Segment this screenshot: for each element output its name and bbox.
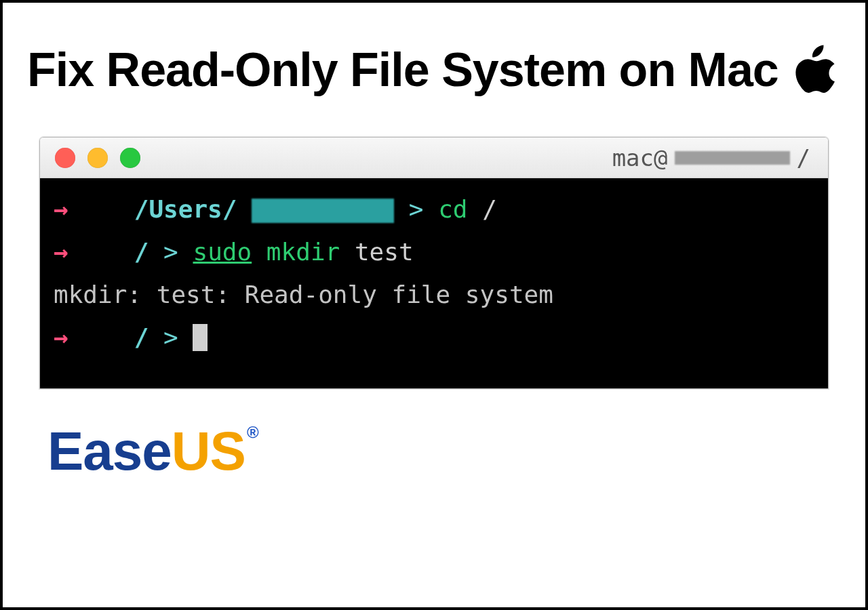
command-mkdir: mkdir — [267, 238, 340, 266]
prompt-arrow-icon: → — [54, 316, 75, 359]
terminal-titlebar: mac@ / — [40, 138, 828, 178]
terminal-line-2: → / > sudo mkdir test — [54, 230, 814, 273]
prompt-separator: > — [163, 238, 193, 266]
cwd-path: / — [134, 238, 149, 266]
redacted-username — [252, 199, 394, 223]
terminal-line-3-output: mkdir: test: Read-only file system — [54, 273, 814, 316]
terminal-line-4: → / > — [54, 316, 814, 359]
command-cd: cd — [438, 195, 467, 223]
terminal-title: mac@ / — [612, 138, 810, 178]
headline: Fix Read-Only File System on Mac — [23, 43, 845, 96]
terminal-body[interactable]: → /Users/ > cd / → / > sudo mkdir test m… — [40, 178, 828, 388]
headline-text: Fix Read-Only File System on Mac — [27, 46, 778, 94]
title-suffix: / — [797, 144, 810, 171]
registered-icon: ® — [247, 423, 258, 442]
prompt-arrow-icon: → — [54, 230, 75, 273]
easeus-logo: EaseUS® — [47, 420, 845, 483]
card-frame: Fix Read-Only File System on Mac mac@ / … — [0, 0, 868, 610]
brand-part-2: US — [172, 420, 245, 483]
traffic-lights — [55, 148, 140, 168]
prompt-separator: > — [163, 323, 193, 351]
cwd-path: /Users/ — [134, 195, 237, 223]
command-arg: test — [355, 238, 414, 266]
title-prefix: mac@ — [612, 144, 668, 171]
title-redacted — [675, 151, 790, 165]
command-arg: / — [482, 195, 497, 223]
zoom-icon[interactable] — [120, 148, 140, 168]
cwd-path: / — [134, 323, 149, 351]
terminal-line-1: → /Users/ > cd / — [54, 188, 814, 230]
close-icon[interactable] — [55, 148, 75, 168]
prompt-arrow-icon: → — [54, 188, 75, 230]
cursor-icon — [193, 324, 208, 351]
prompt-separator: > — [409, 195, 438, 223]
terminal-window: mac@ / → /Users/ > cd / → / > sudo — [39, 137, 829, 389]
apple-icon — [793, 43, 835, 96]
minimize-icon[interactable] — [87, 148, 108, 168]
brand-part-1: Ease — [47, 420, 172, 483]
command-sudo: sudo — [193, 238, 252, 266]
